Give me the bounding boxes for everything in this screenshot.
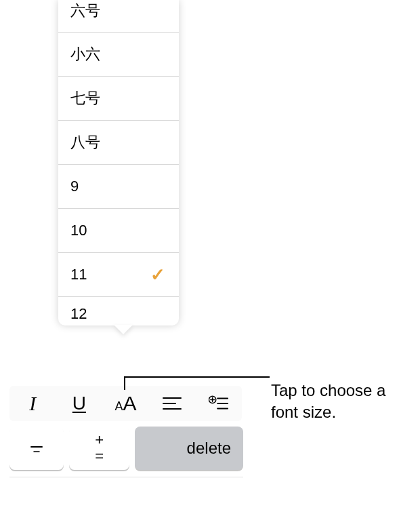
list-style-button[interactable] [201, 386, 237, 421]
keyboard-row: + = delete [9, 427, 243, 470]
font-size-button[interactable]: AA [107, 386, 144, 421]
font-size-option[interactable]: 七号 [58, 77, 179, 121]
font-size-label: 9 [70, 178, 79, 195]
font-size-label: 12 [70, 305, 87, 323]
checkmark-icon: ✓ [150, 264, 165, 285]
font-size-option[interactable]: 八号 [58, 121, 179, 165]
list-add-icon [209, 395, 229, 412]
font-size-option[interactable]: 12 [58, 297, 179, 325]
font-size-label: 10 [70, 222, 87, 239]
callout-connector [124, 376, 270, 378]
key-minus-label [27, 439, 46, 458]
callout-text: Tap to choose a font size. [271, 380, 410, 424]
underline-icon: U [72, 393, 86, 414]
font-size-option[interactable]: 10 [58, 209, 179, 253]
font-size-option[interactable]: 小六 [58, 33, 179, 77]
align-icon [162, 395, 182, 412]
format-toolbar: I U AA [9, 386, 242, 421]
italic-icon: I [29, 392, 36, 415]
font-size-icon: AA [114, 392, 136, 415]
font-size-option[interactable]: 六号 [58, 0, 179, 33]
font-size-label: 七号 [70, 88, 100, 108]
font-size-option[interactable]: 11 ✓ [58, 253, 179, 297]
alignment-button[interactable] [154, 386, 190, 421]
key-equals-label: = [95, 448, 104, 464]
key-plus-label: + [95, 432, 104, 448]
font-size-label: 六号 [70, 1, 100, 21]
underline-button[interactable]: U [61, 386, 98, 421]
font-size-option[interactable]: 9 [58, 165, 179, 209]
italic-button[interactable]: I [14, 386, 51, 421]
callout-connector [124, 376, 125, 390]
key-plus-equals[interactable]: + = [69, 427, 129, 470]
font-size-label: 八号 [70, 132, 100, 153]
font-size-popover: 六号 小六 七号 八号 9 10 11 ✓ 12 [58, 0, 179, 325]
font-size-label: 小六 [70, 44, 100, 64]
key-delete-label: delete [187, 439, 231, 458]
popover-tail [114, 325, 133, 334]
font-size-label: 11 [70, 266, 87, 283]
keyboard-divider [9, 477, 243, 477]
key-minus[interactable] [9, 427, 64, 470]
key-delete[interactable]: delete [135, 427, 243, 470]
